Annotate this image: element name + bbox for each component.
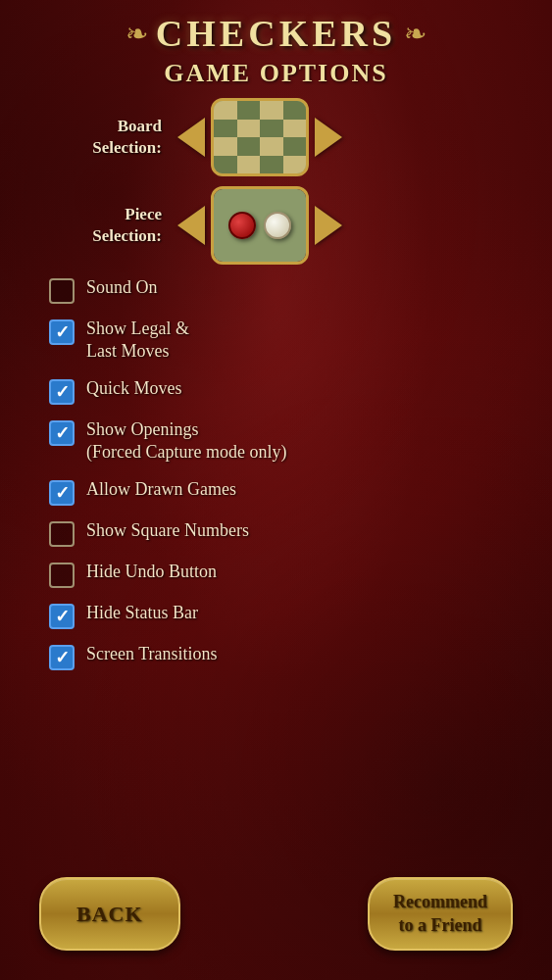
- option-label-hide-status: Hide Status Bar: [86, 602, 198, 624]
- option-row-quick-moves: Quick Moves: [49, 377, 503, 405]
- option-row-show-square: Show Square Numbers: [49, 519, 503, 547]
- app-title: CHECKERS: [156, 12, 396, 55]
- piece-preview-bg: [214, 189, 306, 262]
- board-checkerboard: [214, 101, 306, 173]
- option-row-allow-drawn: Allow Drawn Games: [49, 478, 503, 506]
- content-area: BoardSelection: PieceSelection:: [0, 88, 552, 694]
- arrow-left-icon: [177, 118, 205, 157]
- piece-red-icon: [228, 212, 256, 239]
- checkbox-quick-moves[interactable]: [49, 379, 75, 405]
- checkbox-sound-on[interactable]: [49, 278, 75, 304]
- arrow-left-piece-icon: [177, 206, 205, 245]
- option-row-show-openings: Show Openings(Forced Capture mode only): [49, 418, 503, 465]
- option-label-allow-drawn: Allow Drawn Games: [86, 478, 236, 501]
- piece-selector-widget: [172, 186, 348, 265]
- option-label-hide-undo: Hide Undo Button: [86, 561, 217, 583]
- back-button[interactable]: BACK: [39, 877, 180, 951]
- option-label-show-square: Show Square Numbers: [86, 519, 249, 542]
- header: ❧ CHECKERS ❧ GAME OPTIONS: [0, 0, 552, 88]
- board-selector-widget: [172, 98, 348, 176]
- ornament-right-icon: ❧: [404, 18, 427, 50]
- piece-selector-label: PieceSelection:: [49, 204, 162, 247]
- ornament-left-icon: ❧: [125, 18, 148, 50]
- board-preview: [211, 98, 309, 176]
- option-row-hide-undo: Hide Undo Button: [49, 561, 503, 588]
- app-title-row: ❧ CHECKERS ❧: [0, 12, 552, 55]
- checkbox-screen-transitions[interactable]: [49, 645, 75, 670]
- option-row-screen-transitions: Screen Transitions: [49, 643, 503, 670]
- option-row-hide-status: Hide Status Bar: [49, 602, 503, 629]
- checkbox-allow-drawn[interactable]: [49, 480, 75, 506]
- option-row-show-legal: Show Legal &Last Moves: [49, 318, 503, 364]
- arrow-right-piece-icon: [315, 206, 342, 245]
- checkbox-hide-undo[interactable]: [49, 563, 75, 588]
- checkbox-show-openings[interactable]: [49, 420, 75, 446]
- board-arrow-right[interactable]: [309, 108, 348, 167]
- option-label-sound-on: Sound On: [86, 276, 158, 299]
- board-selector-row: BoardSelection:: [49, 98, 503, 176]
- piece-arrow-right[interactable]: [309, 196, 348, 255]
- bottom-buttons: BACK Recommendto a Friend: [0, 877, 552, 951]
- piece-arrow-left[interactable]: [172, 196, 211, 255]
- arrow-right-icon: [315, 118, 342, 157]
- option-label-show-openings: Show Openings(Forced Capture mode only): [86, 418, 286, 465]
- option-label-quick-moves: Quick Moves: [86, 377, 182, 400]
- page-title: GAME OPTIONS: [0, 59, 552, 88]
- checkbox-hide-status[interactable]: [49, 604, 75, 629]
- board-selector-label: BoardSelection:: [49, 116, 162, 159]
- option-row-sound-on: Sound On: [49, 276, 503, 304]
- board-arrow-left[interactable]: [172, 108, 211, 167]
- piece-white-icon: [264, 212, 291, 239]
- recommend-button[interactable]: Recommendto a Friend: [368, 877, 513, 951]
- options-list: Sound OnShow Legal &Last MovesQuick Move…: [49, 276, 503, 670]
- option-label-screen-transitions: Screen Transitions: [86, 643, 218, 665]
- option-label-show-legal: Show Legal &Last Moves: [86, 318, 189, 364]
- checkbox-show-legal[interactable]: [49, 319, 75, 345]
- piece-selector-row: PieceSelection:: [49, 186, 503, 265]
- piece-preview: [211, 186, 309, 265]
- checkbox-show-square[interactable]: [49, 521, 75, 547]
